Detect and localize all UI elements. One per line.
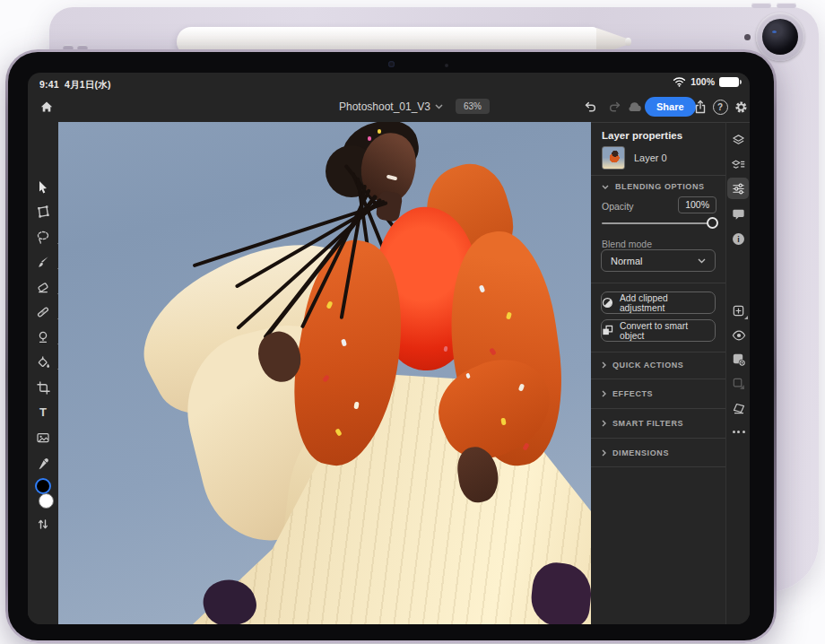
panel-switcher-strip: i — [725, 122, 750, 624]
volume-up-button — [751, 3, 771, 8]
layer-mask-icon[interactable] — [731, 352, 746, 367]
effects-section[interactable]: EFFECTS — [591, 386, 725, 402]
foreground-ipad: 9:41 4月1日(水) 100% — [5, 49, 777, 643]
chevron-right-icon — [602, 390, 606, 397]
document-title: Photoshoot_01_V3 — [339, 100, 430, 113]
add-layer-icon[interactable] — [731, 303, 746, 318]
export-icon[interactable] — [690, 97, 710, 117]
blending-options-label: BLENDING OPTIONS — [615, 182, 705, 191]
help-button[interactable]: ? — [710, 97, 730, 117]
opacity-slider-handle[interactable] — [707, 217, 718, 229]
status-date: 4月1日(水) — [65, 79, 111, 90]
rear-camera-lens — [762, 19, 798, 55]
apple-pencil-tip-ball — [625, 38, 631, 46]
chevron-down-icon — [602, 185, 609, 189]
tool-rail: T — [28, 122, 58, 624]
chevron-down-icon — [698, 258, 706, 264]
cloud-sync-icon[interactable] — [625, 97, 645, 117]
chevron-right-icon — [602, 361, 606, 369]
undo-button[interactable] — [580, 97, 600, 117]
opacity-slider[interactable] — [602, 222, 713, 224]
smart-filters-section[interactable]: SMART FILTERS — [591, 415, 725, 431]
volume-down-button — [777, 3, 796, 8]
chevron-right-icon — [602, 449, 606, 457]
lasso-select-tool[interactable] — [36, 230, 50, 244]
swap-colors-tool[interactable] — [36, 517, 50, 531]
settings-gear-icon[interactable] — [731, 97, 750, 117]
layer-row[interactable]: Layer 0 — [596, 144, 720, 171]
layer-name: Layer 0 — [634, 152, 667, 163]
foreground-color-chip[interactable] — [35, 478, 51, 494]
layer-thumbnail — [602, 146, 625, 170]
type-tool-glyph: T — [39, 405, 47, 420]
rear-camera-glint — [772, 30, 777, 33]
eyedropper-tool[interactable] — [36, 456, 50, 470]
effects-label: EFFECTS — [612, 389, 653, 398]
share-button[interactable]: Share — [645, 97, 696, 117]
clone-stamp-tool[interactable] — [36, 330, 50, 344]
add-clipped-adjustment-button[interactable]: Add clipped adjustment — [601, 292, 716, 314]
more-options-icon[interactable] — [731, 424, 746, 439]
crop-tool[interactable] — [36, 380, 50, 395]
blending-options-header[interactable]: BLENDING OPTIONS — [591, 178, 725, 195]
dimensions-label: DIMENSIONS — [612, 448, 669, 457]
background-color-chip[interactable] — [39, 493, 54, 509]
comments-icon[interactable] — [731, 206, 746, 222]
help-glyph: ? — [717, 102, 723, 112]
panel-title: Layer properties — [602, 130, 682, 141]
move-tool[interactable] — [36, 179, 50, 194]
redo-button[interactable] — [605, 97, 625, 117]
status-time: 9:41 — [39, 79, 59, 90]
info-icon[interactable]: i — [731, 231, 746, 247]
front-camera — [388, 61, 395, 67]
info-glyph: i — [737, 235, 740, 244]
quick-actions-section[interactable]: QUICK ACTIONS — [591, 357, 725, 373]
brush-tool[interactable] — [36, 255, 50, 269]
layer-properties-sliders-icon[interactable] — [731, 181, 746, 196]
opacity-label: Opacity — [602, 201, 634, 212]
zoom-level-badge[interactable]: 63% — [456, 99, 490, 114]
transform-layer-icon[interactable] — [731, 376, 746, 391]
status-time-date: 9:41 4月1日(水) — [39, 79, 111, 91]
battery-icon — [719, 77, 739, 87]
visibility-eye-icon[interactable] — [731, 327, 746, 343]
canvas-photo[interactable] — [58, 122, 591, 624]
blend-mode-dropdown[interactable]: Normal — [601, 249, 716, 272]
wifi-icon — [673, 76, 686, 87]
type-tool[interactable]: T — [36, 405, 50, 420]
status-bar: 9:41 4月1日(水) 100% — [28, 73, 750, 94]
chevron-down-icon — [435, 104, 443, 109]
eraser-tool[interactable] — [36, 280, 50, 294]
clear-layer-icon[interactable] — [731, 400, 746, 415]
convert-to-smart-object-label: Convert to smart object — [620, 321, 715, 341]
rear-camera — [756, 13, 804, 61]
ambient-sensor — [445, 64, 448, 67]
home-button[interactable] — [37, 97, 56, 117]
ipad-bezel: 9:41 4月1日(水) 100% — [8, 52, 774, 640]
photoshop-app-screen: 9:41 4月1日(水) 100% — [28, 73, 750, 624]
scene: 9:41 4月1日(水) 100% — [0, 0, 825, 644]
transform-tool[interactable] — [36, 205, 50, 219]
app-toolbar: Photoshoot_01_V3 63% Share — [28, 94, 750, 122]
smart-object-icon — [602, 325, 613, 336]
place-photo-tool[interactable] — [36, 431, 50, 445]
layer-properties-panel: Layer properties Layer 0 BLENDING OPTION… — [591, 122, 725, 624]
fill-tool[interactable] — [36, 355, 50, 370]
dimensions-section[interactable]: DIMENSIONS — [591, 445, 725, 461]
chevron-right-icon — [602, 420, 606, 427]
blend-mode-value: Normal — [611, 256, 642, 266]
convert-to-smart-object-button[interactable]: Convert to smart object — [601, 319, 716, 342]
opacity-value[interactable]: 100% — [678, 196, 716, 213]
layers-icon[interactable] — [731, 133, 746, 148]
healing-brush-tool[interactable] — [36, 305, 50, 319]
quick-actions-label: QUICK ACTIONS — [612, 361, 683, 370]
blend-mode-label: Blend mode — [602, 239, 652, 249]
add-clipped-adjustment-label: Add clipped adjustment — [620, 293, 715, 313]
clipped-adjustment-icon — [602, 297, 613, 309]
battery-percent: 100% — [690, 76, 715, 87]
smart-filters-label: SMART FILTERS — [612, 419, 683, 428]
layer-stack-list-icon[interactable] — [731, 157, 746, 172]
rear-mic-dot — [744, 34, 751, 40]
